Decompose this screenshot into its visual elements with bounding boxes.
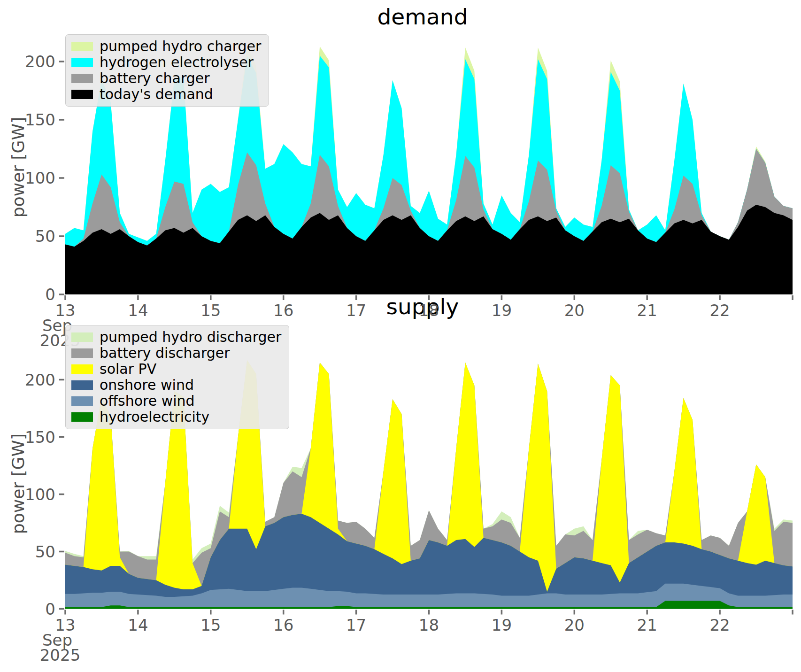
x-tick-label: 15 <box>200 616 221 634</box>
legend-item: pumped hydro charger <box>71 39 261 54</box>
legend-item: hydrogen electrolyser <box>71 55 261 70</box>
legend-label: solar PV <box>100 362 156 376</box>
legend-swatch-icon <box>71 332 93 342</box>
legend-label: today's demand <box>100 87 213 101</box>
legend-item: today's demand <box>71 87 261 101</box>
x-tick-label: 18 <box>419 301 439 320</box>
legend-swatch-icon <box>71 364 93 374</box>
legend-item: solar PV <box>71 362 281 376</box>
supply-x-axis-year-label: 2025 <box>40 646 81 664</box>
x-tick-label: 21 <box>637 616 657 634</box>
y-tick-label: 150 <box>25 110 55 129</box>
x-tick-label: 22 <box>709 616 730 634</box>
x-tick-label: 15 <box>200 301 221 320</box>
legend-swatch-icon <box>71 42 93 51</box>
legend-swatch-icon <box>71 74 93 83</box>
legend-label: pumped hydro charger <box>100 39 261 54</box>
legend-item: hydroelectricity <box>71 410 281 424</box>
y-tick-label: 50 <box>35 227 55 246</box>
x-tick-label: 16 <box>273 301 293 320</box>
supply-y-axis-label: power [GW] <box>8 433 28 534</box>
y-tick-label: 50 <box>35 542 55 561</box>
legend-swatch-icon <box>71 58 93 67</box>
legend-item: offshore wind <box>71 394 281 408</box>
x-tick-label: 19 <box>492 616 512 634</box>
x-tick-label: 20 <box>564 301 585 320</box>
x-tick-label: 17 <box>346 616 366 634</box>
x-tick-label: 18 <box>419 616 439 634</box>
x-tick-label: 19 <box>492 301 512 320</box>
y-tick-label: 150 <box>25 428 55 447</box>
legend-swatch-icon <box>71 380 93 390</box>
legend-label: battery discharger <box>100 346 230 360</box>
y-tick-label: 0 <box>45 285 55 304</box>
x-tick-label: 13 <box>55 616 75 634</box>
y-tick-label: 200 <box>25 371 55 389</box>
x-tick-label: 13 <box>55 301 75 320</box>
legend-swatch-icon <box>71 348 93 358</box>
x-tick-label: 16 <box>273 616 293 634</box>
demand-y-axis-label: power [GW] <box>8 117 28 217</box>
legend-swatch-icon <box>71 412 93 422</box>
legend-item: pumped hydro discharger <box>71 330 281 344</box>
legend-label: hydroelectricity <box>100 410 209 424</box>
legend-label: pumped hydro discharger <box>100 330 281 344</box>
x-tick-label: 22 <box>709 301 730 320</box>
y-tick-label: 200 <box>25 52 55 71</box>
supply-legend: pumped hydro dischargerbattery discharge… <box>65 325 289 429</box>
y-tick-label: 0 <box>45 600 55 618</box>
y-tick-label: 100 <box>25 169 55 187</box>
legend-label: offshore wind <box>100 394 195 408</box>
legend-label: hydrogen electrolyser <box>100 55 254 70</box>
figure: demand supply power [GW] power [GW] Sep … <box>0 0 801 672</box>
demand-panel-title: demand <box>377 4 468 30</box>
legend-label: battery charger <box>100 71 210 85</box>
x-tick-label: 20 <box>564 616 585 634</box>
x-tick-label: 14 <box>128 301 148 320</box>
x-tick-label: 21 <box>637 301 657 320</box>
legend-item: battery discharger <box>71 346 281 360</box>
legend-swatch-icon <box>71 396 93 406</box>
x-tick-label: 17 <box>346 301 366 320</box>
legend-label: onshore wind <box>100 378 194 392</box>
y-tick-label: 100 <box>25 485 55 504</box>
x-tick-label: 14 <box>128 616 148 634</box>
legend-item: battery charger <box>71 71 261 85</box>
legend-item: onshore wind <box>71 378 281 392</box>
demand-legend: pumped hydro chargerhydrogen electrolyse… <box>65 34 269 107</box>
legend-swatch-icon <box>71 90 93 99</box>
